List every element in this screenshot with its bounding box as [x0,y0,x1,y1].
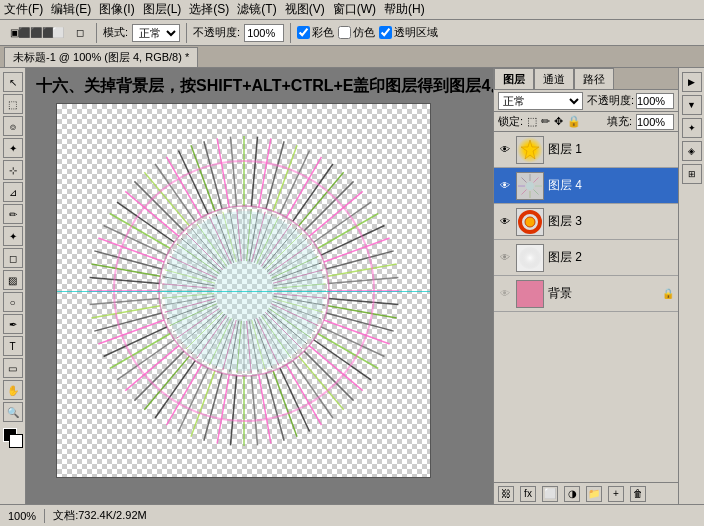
svg-line-110 [251,136,257,206]
lock-icon-brush[interactable]: ✏ [541,115,550,128]
layer-item-bg[interactable]: 👁 背景 🔒 [494,276,678,312]
background-color[interactable] [9,434,23,448]
lock-icon-move[interactable]: ✥ [554,115,563,128]
layer-style-btn[interactable]: fx [520,486,536,502]
file-info: 文档:732.4K/2.92M [53,508,147,523]
tool-brush[interactable]: ✏ [3,204,23,224]
layer-eye-3[interactable]: 👁 [498,215,512,229]
tool-magic[interactable]: ✦ [3,138,23,158]
new-group-btn[interactable]: 📁 [586,486,602,502]
cb-color-label: 彩色 [312,25,334,40]
canvas-bg: rays placeholder [57,104,430,477]
layer-item-1[interactable]: 👁 图层 1 [494,132,678,168]
right-icon-2[interactable]: ▼ [682,95,702,115]
tool-lasso[interactable]: ⌾ [3,116,23,136]
layer-item-3[interactable]: 👁 图层 3 [494,204,678,240]
layer-item-2[interactable]: 👁 图层 2 [494,240,678,276]
svg-marker-147 [521,140,539,159]
menu-layer[interactable]: 图层(L) [143,1,182,18]
toolbar-icon-2[interactable]: ⬛⬛⬛ [26,23,46,43]
menu-view[interactable]: 视图(V) [285,1,325,18]
menubar: 文件(F) 编辑(E) 图像(I) 图层(L) 选择(S) 滤镜(T) 视图(V… [0,0,704,20]
content-row: ↖ ⬚ ⌾ ✦ ⊹ ⊿ ✏ ✦ ◻ ▨ ○ ✒ T ▭ ✋ 🔍 十六、关掉背景层… [0,68,704,504]
layer-mask-btn[interactable]: ⬜ [542,486,558,502]
link-layers-btn[interactable]: ⛓ [498,486,514,502]
tool-shape[interactable]: ▭ [3,358,23,378]
toolbar-sep-1 [96,23,97,43]
layer-item-4[interactable]: 👁 [494,168,678,204]
opacity-panel-input[interactable] [636,93,674,109]
svg-line-149 [534,177,539,182]
panel-mode-row: 正常 不透明度: [494,90,678,112]
svg-line-74 [89,277,159,283]
menu-file[interactable]: 文件(F) [4,1,43,18]
mode-label: 模式: [103,25,128,40]
tool-marquee[interactable]: ⬚ [3,94,23,114]
right-icon-5[interactable]: ⊞ [682,164,702,184]
cb-transparent[interactable] [379,26,392,39]
cb-fake[interactable] [338,26,351,39]
blend-mode-select[interactable]: 正常 [498,92,583,110]
tool-hand[interactable]: ✋ [3,380,23,400]
svg-line-155 [522,177,527,182]
lock-label: 锁定: [498,114,523,129]
toolbar-sep-2 [186,23,187,43]
tab-layers[interactable]: 图层 [494,68,534,89]
svg-point-159 [519,247,541,269]
canvas-container: rays placeholder [56,103,431,478]
tool-gradient[interactable]: ▨ [3,270,23,290]
tool-clone[interactable]: ✦ [3,226,23,246]
right-icon-1[interactable]: ▶ [682,72,702,92]
tab-channels[interactable]: 通道 [534,68,574,89]
tool-eraser[interactable]: ◻ [3,248,23,268]
new-layer-btn[interactable]: + [608,486,624,502]
menu-select[interactable]: 选择(S) [189,1,229,18]
menu-help[interactable]: 帮助(H) [384,1,425,18]
tool-pen[interactable]: ✒ [3,314,23,334]
menu-window[interactable]: 窗口(W) [333,1,376,18]
statusbar: 100% 文档:732.4K/2.92M [0,504,704,526]
menu-image[interactable]: 图像(I) [99,1,134,18]
panel-lock-row: 锁定: ⬚ ✏ ✥ 🔒 填充: [494,112,678,132]
cb-color[interactable] [297,26,310,39]
cb-transparent-label: 透明区域 [394,25,438,40]
lock-icon-all[interactable]: 🔒 [567,115,581,128]
delete-layer-btn[interactable]: 🗑 [630,486,646,502]
tab-paths[interactable]: 路径 [574,68,614,89]
opacity-row: 不透明度: [587,93,674,109]
tool-eyedrop[interactable]: ⊿ [3,182,23,202]
svg-line-106 [230,136,236,206]
layer-name-bg: 背景 [548,285,658,302]
layer-eye-2[interactable]: 👁 [498,251,512,265]
toolbar-icon-3[interactable]: ⬜ [48,23,68,43]
fill-input[interactable] [636,114,674,130]
right-icon-3[interactable]: ✦ [682,118,702,138]
layers-list: 👁 图层 1 👁 [494,132,678,482]
tool-crop[interactable]: ⊹ [3,160,23,180]
layer-eye-bg[interactable]: 👁 [498,287,512,301]
menu-edit[interactable]: 编辑(E) [51,1,91,18]
cb-fake-label: 仿色 [353,25,375,40]
layer-eye-1[interactable]: 👁 [498,143,512,157]
tool-text[interactable]: T [3,336,23,356]
layer-name-2: 图层 2 [548,249,674,266]
lock-icon-transparent[interactable]: ⬚ [527,115,537,128]
layer-name-4: 图层 4 [548,177,674,194]
canvas-tab[interactable]: 未标题-1 @ 100% (图层 4, RGB/8) * [4,47,198,67]
toolbar-icon-4[interactable]: ◻ [70,23,90,43]
adjustment-layer-btn[interactable]: ◑ [564,486,580,502]
panel-tabs: 图层 通道 路径 [494,68,678,90]
layers-panel: 图层 通道 路径 正常 不透明度: 锁定: ⬚ [493,68,678,504]
tool-dodge[interactable]: ○ [3,292,23,312]
cb-fake-wrap: 仿色 [338,25,375,40]
tool-zoom[interactable]: 🔍 [3,402,23,422]
layer-eye-4[interactable]: 👁 [498,179,512,193]
opacity-input[interactable] [244,24,284,42]
opacity-panel-label: 不透明度: [587,93,634,108]
right-icon-4[interactable]: ◈ [682,141,702,161]
instruction-text: 十六、关掉背景层，按SHIFT+ALT+CTRL+E盖印图层得到图层4。 [36,76,493,97]
menu-filter[interactable]: 滤镜(T) [237,1,276,18]
tool-select[interactable]: ↖ [3,72,23,92]
svg-line-70 [89,298,159,304]
mode-select[interactable]: 正常 [132,24,180,42]
